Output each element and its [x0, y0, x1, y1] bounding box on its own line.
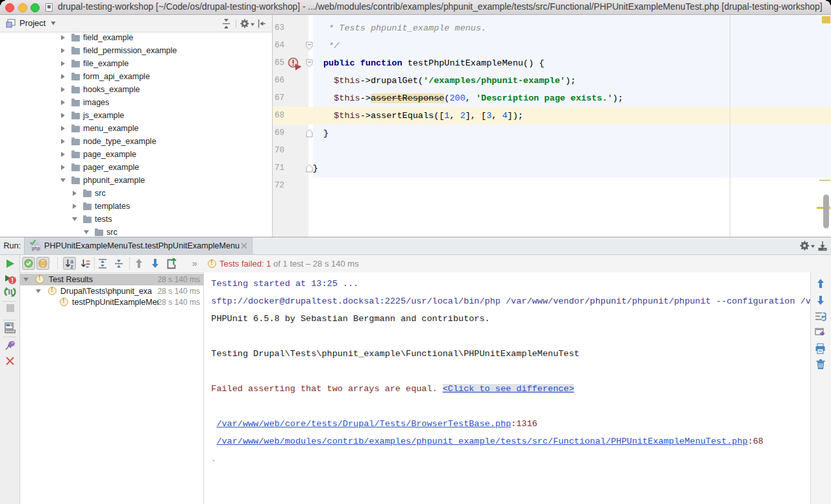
svg-text:z: z [70, 263, 73, 269]
svg-text:php: php [32, 246, 40, 251]
